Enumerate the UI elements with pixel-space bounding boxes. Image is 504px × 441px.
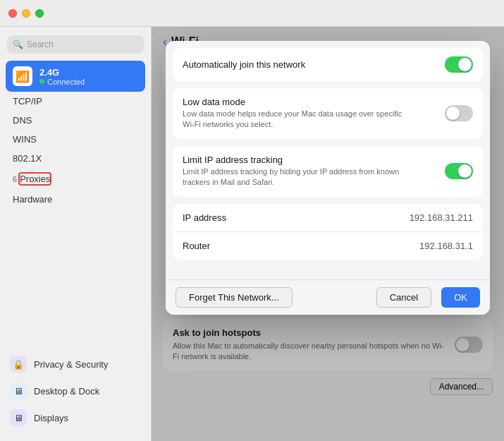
- main-layout: 🔍 Search 📶 2.4G Connected TCP/IP DNS WIN…: [0, 27, 504, 441]
- proxies-label: Proxies: [18, 172, 51, 186]
- limit-ip-toggle-knob: [458, 164, 472, 178]
- low-data-toggle-knob: [446, 107, 460, 120]
- limit-ip-sublabel: Limit IP address tracking by hiding your…: [183, 167, 415, 188]
- privacy-security-label: Privacy & Security: [34, 359, 108, 370]
- low-data-toggle[interactable]: [445, 105, 473, 121]
- limit-ip-row: Limit IP address tracking Limit IP addre…: [173, 146, 483, 197]
- ok-button[interactable]: OK: [441, 287, 480, 308]
- low-data-content: Low data mode Low data mode helps reduce…: [183, 97, 415, 131]
- router-row: Router 192.168.31.1: [173, 232, 483, 260]
- proxies-badge: 6: [13, 175, 17, 183]
- sidebar-item-privacy-security[interactable]: 🔒 Privacy & Security: [0, 351, 151, 377]
- sidebar-nav-list: TCP/IP DNS WINS 802.1X 6Proxies Hardware: [0, 92, 151, 346]
- modal-footer: Forget This Network... Cancel OK: [166, 279, 490, 315]
- sidebar-item-desktop-dock[interactable]: 🖥 Desktop & Dock: [0, 377, 151, 404]
- right-content: ‹ Wi-Fi 📶 Wi-Fi Ask to join hotspots All…: [152, 27, 504, 441]
- low-data-row: Low data mode Low data mode helps reduce…: [173, 88, 483, 139]
- ip-address-label: IP address: [183, 212, 226, 223]
- close-button[interactable]: [8, 9, 17, 18]
- low-data-section: Low data mode Low data mode helps reduce…: [173, 88, 483, 139]
- displays-icon: 🖥: [10, 409, 27, 426]
- wifi-network-info: 2.4G Connected: [39, 67, 85, 86]
- sidebar-item-8021x[interactable]: 802.1X: [0, 149, 151, 168]
- wifi-network-item[interactable]: 📶 2.4G Connected: [6, 61, 145, 92]
- router-label: Router: [183, 241, 210, 251]
- privacy-security-icon: 🔒: [10, 356, 27, 373]
- modal-overlay: Automatically join this network Low data…: [152, 27, 504, 441]
- modal-body: Automatically join this network Low data…: [166, 48, 490, 279]
- maximize-button[interactable]: [35, 9, 44, 18]
- wifi-status-label: Connected: [47, 78, 85, 86]
- left-sidebar: 🔍 Search 📶 2.4G Connected TCP/IP DNS WIN…: [0, 27, 152, 441]
- minimize-button[interactable]: [22, 9, 30, 18]
- auto-join-toggle-knob: [458, 58, 472, 71]
- wifi-network-icon: 📶: [13, 66, 32, 86]
- router-value: 192.168.31.1: [419, 241, 473, 251]
- modal-spacer: [166, 267, 490, 279]
- sidebar-item-displays[interactable]: 🖥 Displays: [0, 404, 151, 431]
- ip-address-row: IP address 192.168.31.211: [173, 204, 483, 232]
- network-info-section: IP address 192.168.31.211 Router 192.168…: [173, 204, 483, 260]
- desktop-dock-icon: 🖥: [10, 382, 27, 399]
- auto-join-label: Automatically join this network: [183, 59, 305, 70]
- traffic-lights: [8, 9, 44, 18]
- limit-ip-toggle[interactable]: [445, 163, 473, 179]
- limit-ip-section: Limit IP address tracking Limit IP addre…: [173, 146, 483, 197]
- search-placeholder: Search: [27, 40, 54, 49]
- forget-network-button[interactable]: Forget This Network...: [176, 287, 293, 308]
- ip-address-value: 192.168.31.211: [410, 212, 473, 223]
- low-data-sublabel: Low data mode helps reduce your Mac data…: [183, 109, 415, 131]
- sidebar-item-hardware[interactable]: Hardware: [0, 190, 151, 209]
- search-icon: 🔍: [13, 40, 23, 49]
- auto-join-toggle[interactable]: [445, 56, 473, 73]
- search-bar[interactable]: 🔍 Search: [7, 35, 144, 54]
- cancel-button[interactable]: Cancel: [376, 287, 431, 308]
- auto-join-row: Automatically join this network: [173, 48, 483, 81]
- modal-dialog: Automatically join this network Low data…: [166, 41, 490, 315]
- sidebar-item-wins[interactable]: WINS: [0, 130, 151, 149]
- status-dot-icon: [39, 79, 44, 84]
- displays-label: Displays: [34, 413, 68, 423]
- limit-ip-content: Limit IP address tracking Limit IP addre…: [183, 155, 415, 188]
- sidebar-item-proxies[interactable]: 6Proxies: [0, 168, 151, 190]
- sidebar-item-dns[interactable]: DNS: [0, 111, 151, 130]
- modal-action-buttons: Cancel OK: [376, 287, 480, 308]
- sidebar-bottom: 🔒 Privacy & Security 🖥 Desktop & Dock 🖥 …: [0, 346, 151, 435]
- sidebar-item-tcpip[interactable]: TCP/IP: [0, 92, 151, 111]
- limit-ip-label: Limit IP address tracking: [183, 155, 415, 165]
- wifi-status: Connected: [39, 78, 85, 86]
- auto-join-section: Automatically join this network: [173, 48, 483, 81]
- desktop-dock-label: Desktop & Dock: [34, 386, 99, 397]
- title-bar: [0, 0, 504, 27]
- wifi-ssid: 2.4G: [39, 67, 85, 78]
- low-data-label: Low data mode: [183, 97, 415, 107]
